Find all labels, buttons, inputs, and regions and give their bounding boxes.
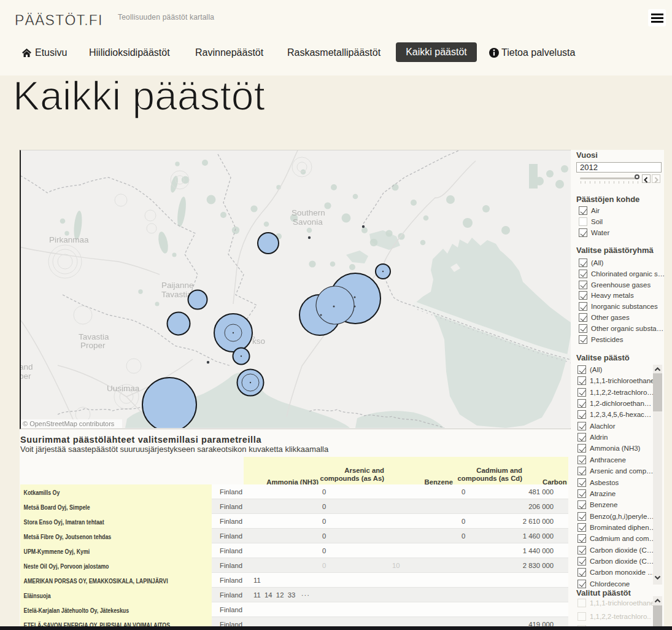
svg-text:Paijanne: Paijanne bbox=[161, 281, 194, 290]
svg-text:Uusimaa: Uusimaa bbox=[107, 384, 140, 393]
svg-text:Southern: Southern bbox=[292, 208, 325, 217]
svg-text:Proper: Proper bbox=[80, 341, 106, 350]
svg-text:© OpenStreetMap contributors: © OpenStreetMap contributors bbox=[23, 420, 115, 427]
svg-text:Tavastia: Tavastia bbox=[79, 332, 109, 341]
svg-text:Savonia: Savonia bbox=[293, 217, 323, 227]
svg-text:and: and bbox=[21, 362, 33, 371]
svg-text:ber: ber bbox=[21, 371, 31, 381]
svg-text:kso: kso bbox=[252, 336, 265, 346]
svg-text:Pirkanmaa: Pirkanmaa bbox=[49, 235, 89, 244]
svg-text:Tavastia: Tavastia bbox=[161, 290, 192, 299]
